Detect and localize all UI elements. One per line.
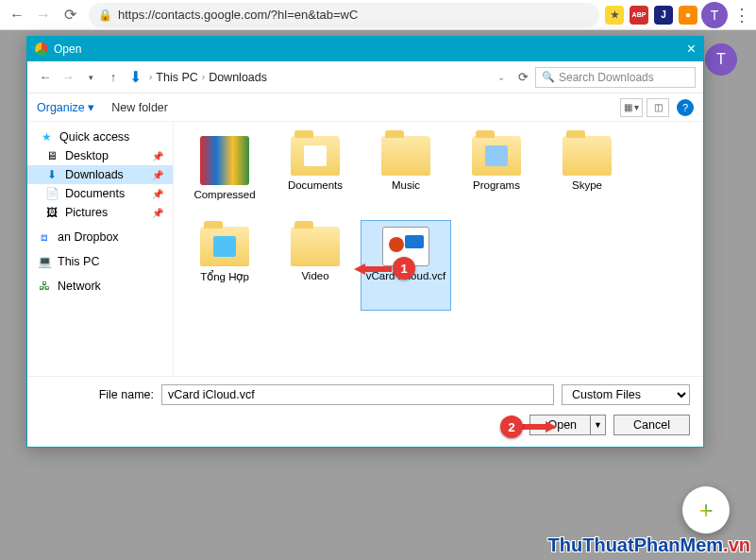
cancel-button[interactable]: Cancel (613, 415, 690, 435)
breadcrumb[interactable]: ⬇ › This PC › Downloads ⌄ (126, 68, 511, 86)
browser-toolbar: ← → ⟳ 🔒 https://contacts.google.com/?hl=… (0, 0, 756, 30)
sidebar-item-documents[interactable]: 📄 Documents 📌 (27, 184, 173, 203)
file-grid: Compressed Documents Music Programs Skyp… (174, 122, 703, 376)
lock-icon: 🔒 (98, 8, 112, 22)
crumb-downloads[interactable]: Downloads (209, 71, 267, 84)
sidebar-item-network[interactable]: 🖧 Network (27, 277, 173, 296)
folder-icon (381, 136, 430, 176)
cookie-icon[interactable]: ● (679, 6, 697, 25)
pin-icon: 📌 (152, 189, 163, 199)
sidebar-item-dropbox[interactable]: ⧈ an Dropbox (27, 228, 173, 246)
filename-label: File name: (41, 388, 154, 401)
star-icon: ★ (39, 130, 54, 144)
desktop-icon: 🖥 (44, 149, 59, 162)
sidebar: ★ Quick access 🖥 Desktop 📌 ⬇ Downloads 📌… (27, 122, 174, 376)
file-open-dialog: Open × ← → ▾ ↑ ⬇ › This PC › Downloads ⌄… (26, 36, 704, 448)
organize-menu[interactable]: Organize ▾ (37, 100, 94, 114)
svg-marker-0 (354, 263, 392, 275)
folder-icon (291, 136, 340, 176)
profile-avatar[interactable]: T (701, 2, 728, 28)
folder-icon (200, 227, 249, 266)
callout-arrow-2 (519, 420, 557, 433)
filetype-filter[interactable]: Custom Files (562, 384, 690, 405)
svg-marker-1 (519, 421, 557, 433)
abp-icon[interactable]: ABP (630, 6, 648, 25)
preview-pane-button[interactable]: ◫ (647, 98, 669, 117)
file-item-documents[interactable]: Documents (270, 129, 361, 220)
sidebar-item-desktop[interactable]: 🖥 Desktop 📌 (27, 146, 173, 165)
dialog-title-text: Open (54, 42, 81, 56)
close-icon[interactable]: × (687, 41, 696, 58)
folder-icon (291, 227, 340, 266)
kebab-menu-icon[interactable]: ⋮ (731, 5, 752, 25)
folder-icon (472, 136, 521, 176)
help-icon[interactable]: ? (677, 99, 694, 116)
new-folder-button[interactable]: New folder (111, 101, 168, 114)
nav-back-icon[interactable]: ← (35, 67, 56, 88)
search-placeholder: Search Downloads (559, 71, 654, 84)
thispc-icon: 💻 (37, 255, 52, 268)
address-bar[interactable]: 🔒 https://contacts.google.com/?hl=en&tab… (89, 3, 599, 27)
archive-icon (200, 136, 249, 185)
star-icon[interactable]: ★ (605, 6, 624, 25)
filename-input[interactable] (161, 384, 554, 405)
ublock-icon[interactable]: J (654, 6, 673, 25)
nav-forward-icon[interactable]: → (58, 67, 78, 88)
watermark: ThuThuatPhanMem.vn (548, 535, 750, 556)
callout-badge-1: 1 (393, 257, 415, 280)
downloads-icon: ⬇ (44, 168, 59, 181)
create-contact-fab[interactable]: + (682, 486, 730, 534)
reload-button[interactable]: ⟳ (57, 2, 83, 28)
chevron-right-icon: › (202, 72, 205, 82)
sidebar-item-thispc[interactable]: 💻 This PC (27, 252, 173, 271)
pin-icon: 📌 (152, 151, 163, 161)
callout-badge-2: 2 (500, 416, 523, 438)
folder-icon (563, 136, 612, 176)
forward-button[interactable]: → (30, 2, 57, 28)
crumb-thispc[interactable]: This PC (156, 71, 197, 84)
search-icon: 🔍 (542, 71, 555, 83)
sidebar-item-pictures[interactable]: 🖼 Pictures 📌 (27, 203, 173, 222)
search-input[interactable]: 🔍 Search Downloads (535, 67, 696, 88)
file-item-music[interactable]: Music (361, 129, 451, 220)
file-item-skype[interactable]: Skype (542, 129, 632, 220)
pictures-icon: 🖼 (44, 206, 59, 219)
file-item-programs[interactable]: Programs (451, 129, 542, 220)
refresh-icon[interactable]: ⟳ (512, 67, 533, 88)
dialog-nav-row: ← → ▾ ↑ ⬇ › This PC › Downloads ⌄ ⟳ 🔍 Se… (27, 61, 703, 93)
file-item-tonghop[interactable]: Tổng Hợp (179, 220, 270, 311)
crumb-dropdown-icon[interactable]: ⌄ (497, 72, 511, 82)
quick-access-header[interactable]: ★ Quick access (27, 127, 173, 146)
file-item-compressed[interactable]: Compressed (179, 129, 270, 220)
extension-icons: ★ ABP J ● (605, 6, 697, 25)
downloads-location-icon: ⬇ (129, 68, 142, 86)
dialog-titlebar: Open × (27, 37, 703, 61)
url-text: https://contacts.google.com/?hl=en&tab=w… (118, 8, 358, 22)
chrome-logo-icon (35, 42, 48, 56)
pin-icon: 📌 (152, 170, 163, 180)
open-dropdown-icon[interactable]: ▼ (590, 416, 605, 434)
dialog-toolbar: Organize ▾ New folder ▦ ▾ ◫ ? (27, 93, 703, 122)
back-button[interactable]: ← (4, 2, 30, 28)
google-account-avatar[interactable]: T (705, 43, 737, 76)
chevron-right-icon: › (149, 72, 152, 82)
documents-icon: 📄 (44, 187, 59, 200)
view-mode-button[interactable]: ▦ ▾ (620, 98, 643, 117)
plus-icon: + (698, 496, 713, 525)
nav-up-icon[interactable]: ↑ (103, 67, 124, 88)
dropbox-icon: ⧈ (37, 230, 52, 244)
sidebar-item-downloads[interactable]: ⬇ Downloads 📌 (27, 165, 173, 184)
pin-icon: 📌 (152, 208, 163, 218)
callout-arrow-1 (354, 263, 392, 276)
file-item-video[interactable]: Video (270, 220, 361, 311)
network-icon: 🖧 (37, 280, 52, 293)
nav-recent-icon[interactable]: ▾ (80, 67, 101, 88)
dialog-footer: File name: Custom Files Open ▼ Cancel (27, 376, 703, 447)
